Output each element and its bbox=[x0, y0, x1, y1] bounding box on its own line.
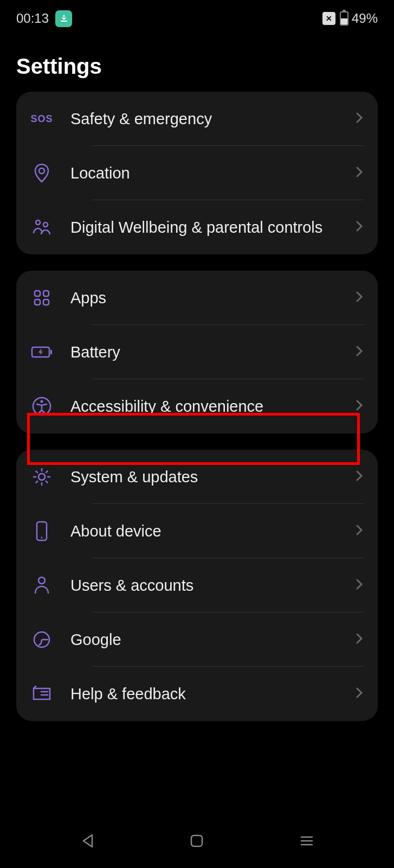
settings-group: Apps Battery Accessibility & convenience bbox=[16, 271, 378, 433]
svg-point-14 bbox=[38, 577, 45, 584]
status-right: ✕ 49% bbox=[322, 11, 378, 26]
svg-point-11 bbox=[38, 474, 45, 480]
settings-item-google[interactable]: Google bbox=[16, 612, 378, 667]
battery-percent: 49% bbox=[352, 11, 378, 26]
family-icon bbox=[30, 216, 53, 239]
recent-button[interactable] bbox=[296, 831, 317, 851]
settings-item-label: About device bbox=[70, 520, 350, 542]
settings-item-label: Accessibility & convenience bbox=[70, 395, 350, 418]
chevron-right-icon bbox=[355, 685, 364, 703]
svg-point-0 bbox=[39, 168, 44, 174]
apps-icon bbox=[30, 286, 53, 309]
svg-point-10 bbox=[41, 400, 43, 403]
settings-item-label: Battery bbox=[70, 341, 350, 363]
accessibility-icon bbox=[30, 395, 53, 418]
user-icon bbox=[30, 574, 53, 597]
battery-icon bbox=[340, 11, 348, 25]
settings-item-about[interactable]: About device bbox=[16, 504, 378, 558]
help-icon bbox=[30, 682, 53, 705]
location-icon bbox=[30, 162, 53, 184]
settings-item-apps[interactable]: Apps bbox=[16, 271, 378, 325]
status-left: 00:13 bbox=[16, 10, 72, 27]
chevron-right-icon bbox=[355, 468, 364, 486]
battery-icon bbox=[30, 341, 53, 363]
svg-rect-8 bbox=[50, 350, 52, 354]
settings-item-battery[interactable]: Battery bbox=[16, 325, 378, 379]
phone-icon bbox=[30, 520, 53, 542]
chevron-right-icon bbox=[355, 398, 364, 415]
settings-item-safety[interactable]: SOS Safety & emergency bbox=[16, 92, 378, 146]
settings-item-system[interactable]: System & updates bbox=[16, 450, 378, 504]
home-button[interactable] bbox=[186, 831, 207, 851]
svg-rect-6 bbox=[43, 299, 49, 305]
header: Settings bbox=[0, 33, 394, 92]
svg-rect-5 bbox=[35, 299, 40, 305]
settings-group: SOS Safety & emergency Location Digital … bbox=[16, 92, 378, 254]
sos-icon: SOS bbox=[30, 107, 53, 130]
svg-point-13 bbox=[41, 537, 43, 539]
svg-rect-16 bbox=[191, 835, 202, 846]
download-icon bbox=[55, 10, 72, 27]
settings-item-label: Location bbox=[70, 162, 350, 184]
svg-rect-3 bbox=[35, 291, 40, 296]
chevron-right-icon bbox=[355, 110, 364, 127]
battery-indicator: 49% bbox=[340, 11, 378, 26]
settings-content: SOS Safety & emergency Location Digital … bbox=[0, 92, 394, 721]
settings-item-label: Google bbox=[70, 629, 350, 651]
settings-item-location[interactable]: Location bbox=[16, 146, 378, 200]
settings-item-label: System & updates bbox=[70, 466, 350, 488]
settings-item-label: Safety & emergency bbox=[70, 108, 350, 130]
settings-item-users[interactable]: Users & accounts bbox=[16, 558, 378, 612]
settings-item-wellbeing[interactable]: Digital Wellbeing & parental controls bbox=[16, 200, 378, 254]
settings-item-label: Digital Wellbeing & parental controls bbox=[70, 216, 350, 239]
svg-point-2 bbox=[43, 222, 48, 227]
settings-item-label: Help & feedback bbox=[70, 683, 350, 705]
page-title: Settings bbox=[16, 54, 378, 79]
chevron-right-icon bbox=[355, 343, 364, 361]
settings-group: System & updates About device Users & ac… bbox=[16, 450, 378, 721]
chevron-right-icon bbox=[355, 522, 364, 540]
settings-item-accessibility[interactable]: Accessibility & convenience bbox=[16, 379, 378, 433]
google-icon bbox=[30, 628, 53, 651]
chevron-right-icon bbox=[355, 289, 364, 307]
chevron-right-icon bbox=[355, 577, 364, 594]
settings-item-label: Apps bbox=[70, 287, 350, 309]
chevron-right-icon bbox=[355, 219, 364, 236]
settings-item-help[interactable]: Help & feedback bbox=[16, 667, 378, 721]
svg-point-1 bbox=[36, 220, 40, 225]
chevron-right-icon bbox=[355, 631, 364, 648]
navigation-bar bbox=[0, 814, 394, 868]
gear-icon bbox=[30, 465, 53, 488]
clock: 00:13 bbox=[16, 11, 49, 26]
svg-rect-4 bbox=[43, 291, 49, 296]
settings-item-label: Users & accounts bbox=[70, 575, 350, 597]
chevron-right-icon bbox=[355, 164, 364, 182]
notification-icon: ✕ bbox=[322, 12, 335, 25]
back-button[interactable] bbox=[77, 831, 98, 851]
status-bar: 00:13 ✕ 49% bbox=[0, 0, 394, 33]
